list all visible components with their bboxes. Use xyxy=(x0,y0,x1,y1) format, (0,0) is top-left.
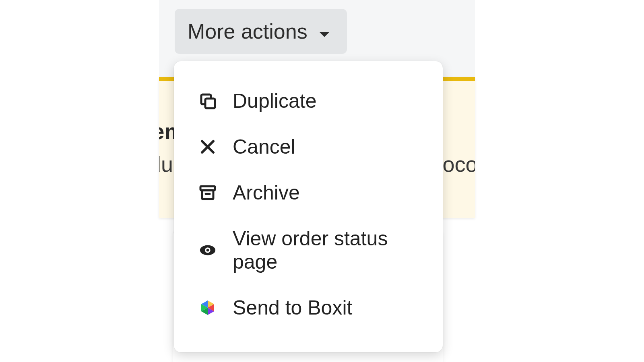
archive-icon xyxy=(199,184,217,202)
menu-item-label: Duplicate xyxy=(233,89,316,113)
eye-icon xyxy=(199,241,217,259)
more-actions-label: More actions xyxy=(188,19,308,43)
caret-down-icon xyxy=(319,19,330,43)
more-actions-dropdown: Duplicate Cancel Archive xyxy=(174,61,443,352)
svg-point-9 xyxy=(206,249,209,252)
menu-item-label: Send to Boxit xyxy=(233,296,352,319)
menu-item-view-order-status[interactable]: View order status page xyxy=(174,216,443,285)
menu-item-cancel[interactable]: Cancel xyxy=(174,124,443,170)
menu-item-label: Cancel xyxy=(233,135,295,158)
menu-item-duplicate[interactable]: Duplicate xyxy=(174,78,443,124)
more-actions-button[interactable]: More actions xyxy=(175,9,347,54)
menu-item-label: Archive xyxy=(233,181,300,204)
svg-rect-1 xyxy=(205,99,215,108)
close-icon xyxy=(199,138,217,156)
menu-item-archive[interactable]: Archive xyxy=(174,170,443,216)
menu-item-send-to-boxit[interactable]: Send to Boxit xyxy=(174,285,443,331)
duplicate-icon xyxy=(199,92,217,110)
boxit-icon xyxy=(199,299,217,317)
menu-item-label: View order status page xyxy=(233,227,421,274)
